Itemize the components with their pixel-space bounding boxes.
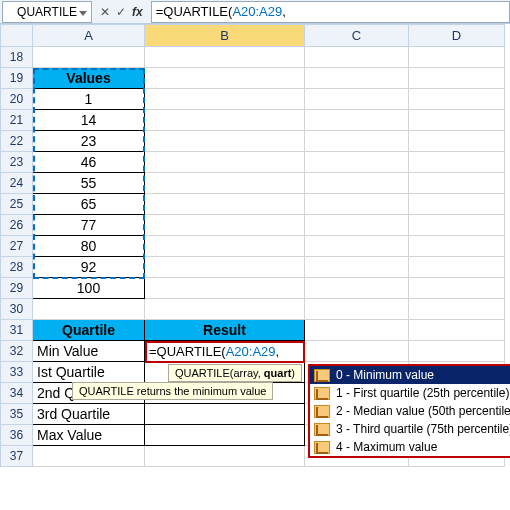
- cell[interactable]: [409, 131, 505, 152]
- row-20[interactable]: 20: [1, 89, 33, 110]
- cell[interactable]: Min Value: [33, 341, 145, 362]
- col-D[interactable]: D: [409, 25, 505, 47]
- select-all[interactable]: [1, 25, 33, 47]
- cell[interactable]: [145, 446, 305, 467]
- quartile-header[interactable]: Quartile: [33, 320, 145, 341]
- cell[interactable]: [409, 194, 505, 215]
- formula-input[interactable]: =QUARTILE(A20:A29,: [151, 1, 510, 23]
- cell[interactable]: [305, 341, 409, 362]
- cell[interactable]: 46: [33, 152, 145, 173]
- cancel-icon[interactable]: ✕: [100, 5, 110, 19]
- intelli-item-0[interactable]: 0 - Minimum value: [310, 366, 510, 384]
- cell[interactable]: [145, 131, 305, 152]
- cell[interactable]: [409, 215, 505, 236]
- cell[interactable]: [409, 152, 505, 173]
- cell[interactable]: [305, 320, 409, 341]
- cell[interactable]: [305, 278, 409, 299]
- row-33[interactable]: 33: [1, 362, 33, 383]
- cell[interactable]: [145, 236, 305, 257]
- row-27[interactable]: 27: [1, 236, 33, 257]
- cell[interactable]: [145, 89, 305, 110]
- cell[interactable]: Max Value: [33, 425, 145, 446]
- cell[interactable]: [305, 110, 409, 131]
- intelli-item-3[interactable]: 3 - Third quartile (75th percentile): [310, 420, 510, 438]
- cell[interactable]: [305, 194, 409, 215]
- col-C[interactable]: C: [305, 25, 409, 47]
- cell[interactable]: 80: [33, 236, 145, 257]
- cell[interactable]: [409, 110, 505, 131]
- cell[interactable]: [145, 404, 305, 425]
- cell[interactable]: [409, 257, 505, 278]
- cell[interactable]: [305, 47, 409, 68]
- cell[interactable]: [305, 89, 409, 110]
- row-29[interactable]: 29: [1, 278, 33, 299]
- intelli-item-4[interactable]: 4 - Maximum value: [310, 438, 510, 456]
- row-21[interactable]: 21: [1, 110, 33, 131]
- cell[interactable]: 55: [33, 173, 145, 194]
- active-cell[interactable]: =QUARTILE(A20:A29,: [145, 341, 305, 362]
- cell[interactable]: Ist Quartile: [33, 362, 145, 383]
- row-19[interactable]: 19: [1, 68, 33, 89]
- cell[interactable]: [409, 320, 505, 341]
- cell[interactable]: [305, 236, 409, 257]
- values-header[interactable]: Values: [33, 68, 145, 89]
- cell[interactable]: [145, 299, 305, 320]
- cell[interactable]: [145, 173, 305, 194]
- row-35[interactable]: 35: [1, 404, 33, 425]
- cell[interactable]: [409, 299, 505, 320]
- cell[interactable]: [145, 152, 305, 173]
- cell[interactable]: [409, 89, 505, 110]
- enter-icon[interactable]: ✓: [116, 5, 126, 19]
- row-18[interactable]: 18: [1, 47, 33, 68]
- intelli-item-1[interactable]: 1 - First quartile (25th percentile): [310, 384, 510, 402]
- row-28[interactable]: 28: [1, 257, 33, 278]
- cell[interactable]: 92: [33, 257, 145, 278]
- row-22[interactable]: 22: [1, 131, 33, 152]
- cell[interactable]: 65: [33, 194, 145, 215]
- cell[interactable]: [305, 257, 409, 278]
- cell[interactable]: [409, 68, 505, 89]
- cell[interactable]: [409, 341, 505, 362]
- intelli-item-2[interactable]: 2 - Median value (50th percentile): [310, 402, 510, 420]
- cell[interactable]: [145, 257, 305, 278]
- cell[interactable]: [409, 47, 505, 68]
- row-37[interactable]: 37: [1, 446, 33, 467]
- cell[interactable]: [145, 47, 305, 68]
- cell[interactable]: [305, 68, 409, 89]
- cell[interactable]: [145, 215, 305, 236]
- col-B[interactable]: B: [145, 25, 305, 47]
- cell[interactable]: [409, 278, 505, 299]
- name-box[interactable]: QUARTILE: [2, 1, 92, 23]
- cell[interactable]: [409, 236, 505, 257]
- cell[interactable]: [145, 425, 305, 446]
- cell[interactable]: [305, 152, 409, 173]
- row-34[interactable]: 34: [1, 383, 33, 404]
- row-26[interactable]: 26: [1, 215, 33, 236]
- cell[interactable]: [33, 47, 145, 68]
- cell[interactable]: [33, 446, 145, 467]
- cell[interactable]: [305, 173, 409, 194]
- row-31[interactable]: 31: [1, 320, 33, 341]
- cell[interactable]: [145, 278, 305, 299]
- cell[interactable]: [305, 299, 409, 320]
- row-30[interactable]: 30: [1, 299, 33, 320]
- fx-icon[interactable]: fx: [132, 5, 143, 19]
- cell[interactable]: 14: [33, 110, 145, 131]
- cell[interactable]: [33, 299, 145, 320]
- cell[interactable]: 100: [33, 278, 145, 299]
- cell[interactable]: [305, 215, 409, 236]
- cell[interactable]: 1: [33, 89, 145, 110]
- cell[interactable]: [145, 68, 305, 89]
- cell[interactable]: 3rd Quartile: [33, 404, 145, 425]
- row-36[interactable]: 36: [1, 425, 33, 446]
- cell[interactable]: [145, 194, 305, 215]
- cell[interactable]: [145, 110, 305, 131]
- col-A[interactable]: A: [33, 25, 145, 47]
- cell[interactable]: [305, 131, 409, 152]
- cell[interactable]: [409, 173, 505, 194]
- row-25[interactable]: 25: [1, 194, 33, 215]
- cell[interactable]: 23: [33, 131, 145, 152]
- row-23[interactable]: 23: [1, 152, 33, 173]
- row-24[interactable]: 24: [1, 173, 33, 194]
- row-32[interactable]: 32: [1, 341, 33, 362]
